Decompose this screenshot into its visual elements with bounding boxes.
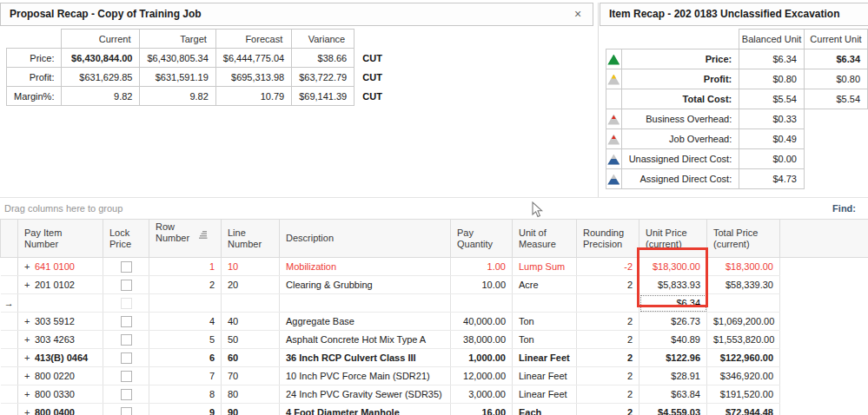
cell-unit-of-measure[interactable]: Each [513,404,577,415]
panel-splitter[interactable] [598,3,599,197]
cell-pay-item-number[interactable]: +413(B) 0464 [18,349,103,367]
cell-description[interactable]: Clearing & Grubbing [280,276,451,294]
expand-icon[interactable]: + [24,334,35,345]
cell-description[interactable]: 24 Inch PVC Gravity Sewer (SDR35) [280,385,451,404]
group-by-bar[interactable]: Drag columns here to group Find: [0,197,868,219]
cell-rounding-precision[interactable]: 2 [577,404,639,415]
cell-pay-quantity[interactable]: 12,000.00 [451,367,513,385]
cell-pay-quantity[interactable]: 38,000.00 [451,331,513,349]
col-header-row-number[interactable]: Row Number [149,220,222,258]
cell-total-price[interactable]: $58,339.30 [707,276,780,294]
cell-line-number[interactable]: 60 [222,349,280,367]
lock-price-checkbox[interactable] [121,316,132,327]
cell-description[interactable]: Mobilization [280,258,451,276]
cell-pay-quantity[interactable]: 1,000.00 [451,349,513,367]
cell-total-price[interactable]: $72,944.48 [707,404,780,415]
lock-price-checkbox[interactable] [121,261,132,273]
cell-row-number[interactable]: 6 [149,349,222,367]
lock-price-checkbox[interactable] [121,298,132,309]
cell-row-number[interactable]: 9 [149,404,222,415]
cell-lock-price[interactable] [103,276,149,294]
cell-row-number[interactable]: 1 [149,258,222,276]
cell-total-price[interactable]: $346,920.00 [707,367,780,385]
cell-description[interactable]: Aggregate Base [280,313,451,331]
cell-unit-of-measure[interactable]: Linear Feet [513,367,577,385]
cell-lock-price[interactable] [103,313,149,331]
lock-price-checkbox[interactable] [121,280,132,291]
lock-price-checkbox[interactable] [121,389,132,400]
expand-icon[interactable]: + [24,298,35,308]
cell-line-number[interactable]: 80 [222,385,280,404]
proposal-recap-panel-header[interactable]: Proposal Recap - Copy of Training Job × [0,3,593,26]
cell-unit-of-measure[interactable]: Ton [513,331,577,349]
cell-lock-price[interactable] [103,331,149,349]
cell-lock-price[interactable] [103,404,149,415]
cell-line-number[interactable]: 70 [222,367,280,385]
expand-icon[interactable]: + [24,280,35,290]
col-header-description[interactable]: Description [280,220,451,258]
cell-description[interactable]: 4 Foot Diameter Manhole [280,404,451,415]
cell-pay-item-number[interactable]: +800 0220 [18,367,103,385]
cell-total-price[interactable]: $191,520.00 [707,385,780,404]
cell-total-price[interactable]: $18,300.00 [707,258,780,276]
close-icon[interactable]: × [568,3,587,25]
cell-pay-item-number[interactable]: +303 5912 [18,313,103,331]
col-header-line-number[interactable]: Line Number [222,220,280,258]
cell-line-number[interactable]: 10 [222,258,280,276]
expand-icon[interactable]: + [24,389,35,399]
cell-unit-price[interactable]: $18,300.00 [639,258,707,276]
cell-row-number[interactable]: 5 [149,331,222,349]
cell-unit-price[interactable]: $4,559.03 [639,404,707,415]
cell-pay-quantity[interactable]: 40,000.00 [451,313,513,331]
cell-description[interactable]: Unclassified Excavation [280,294,451,313]
cell-pay-quantity[interactable]: 50,000.00 [451,294,513,313]
cell-pay-item-number[interactable]: +202 0183 [18,294,103,313]
cell-lock-price[interactable] [103,258,149,276]
lock-price-checkbox[interactable] [121,352,132,364]
cell-unit-price[interactable]: $5,833.93 [639,276,707,294]
expand-icon[interactable]: + [24,261,35,272]
cell-unit-price[interactable]: $26.73 [639,313,707,331]
cell-lock-price[interactable] [103,349,149,367]
cell-rounding-precision[interactable]: 2 [577,294,639,313]
cell-unit-price-focused[interactable]: $6.34 [639,294,707,313]
cell-unit-of-measure[interactable]: Acre [513,276,577,294]
cell-total-price[interactable]: $1,553,820.00 [707,331,780,349]
cell-lock-price[interactable] [103,367,149,385]
cell-line-number[interactable]: 30 [222,294,280,313]
cell-pay-quantity[interactable]: 10.00 [451,276,513,294]
cell-lock-price[interactable] [103,294,149,313]
cell-total-price[interactable]: $1,069,200.00 [707,313,780,331]
cell-unit-of-measure[interactable]: Ton [513,313,577,331]
expand-icon[interactable]: + [24,407,35,415]
cell-row-number[interactable]: 8 [149,385,222,404]
expand-icon[interactable]: + [24,352,35,363]
cell-unit-price[interactable]: $63.84 [639,385,707,404]
cell-rounding-precision[interactable]: 2 [577,276,639,294]
cell-total-price[interactable]: $122,960.00 [707,349,780,367]
lock-price-checkbox[interactable] [121,407,132,415]
expand-icon[interactable]: + [24,316,35,326]
cell-pay-quantity[interactable]: 1.00 [451,258,513,276]
cell-rounding-precision[interactable]: 2 [577,313,639,331]
cell-pay-quantity[interactable]: 3,000.00 [451,385,513,404]
cell-rounding-precision[interactable]: 2 [577,349,639,367]
cell-pay-quantity[interactable]: 16.00 [451,404,513,415]
cell-rounding-precision[interactable]: -2 [577,258,639,276]
col-header-unit-of-measure[interactable]: Unit of Measure [513,220,577,258]
cell-lock-price[interactable] [103,385,149,404]
cell-rounding-precision[interactable]: 2 [577,331,639,349]
cell-row-number[interactable]: 2 [149,276,222,294]
cell-rounding-precision[interactable]: 2 [577,367,639,385]
cell-rounding-precision[interactable]: 2 [577,385,639,404]
cell-line-number[interactable]: 90 [222,404,280,415]
cell-description[interactable]: Asphalt Concrete Hot Mix Type A [280,331,451,349]
cell-pay-item-number[interactable]: +800 0400 [18,404,103,415]
col-header-unit-price[interactable]: Unit Price (current) [639,220,707,258]
cell-description[interactable]: 10 Inch PVC Force Main (SDR21) [280,367,451,385]
cell-unit-price[interactable]: $28.91 [639,367,707,385]
cell-unit-of-measure[interactable]: Cubic Yard [513,294,577,313]
cell-description[interactable]: 36 Inch RCP Culvert Class III [280,349,451,367]
cell-row-number[interactable]: 7 [149,367,222,385]
cell-line-number[interactable]: 40 [222,313,280,331]
